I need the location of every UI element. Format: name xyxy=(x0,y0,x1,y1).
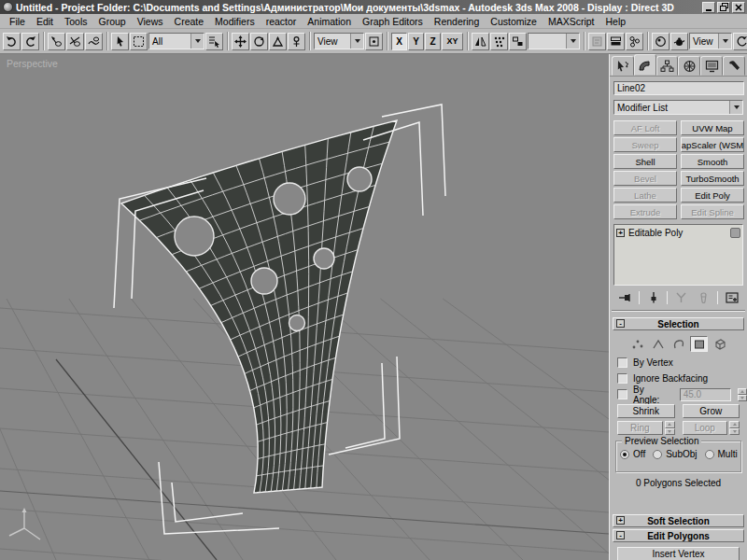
bind-to-spacewarp-icon[interactable] xyxy=(85,33,103,50)
select-object-icon[interactable] xyxy=(111,33,129,50)
viewport[interactable]: Perspective xyxy=(0,54,609,560)
menu-views[interactable]: Views xyxy=(132,15,169,28)
polygon-mode-icon[interactable] xyxy=(690,336,708,352)
element-mode-icon[interactable] xyxy=(711,336,728,352)
menu-help[interactable]: Help xyxy=(600,15,632,28)
stack-expand-icon[interactable]: + xyxy=(616,229,625,237)
modifier-button-shell[interactable]: Shell xyxy=(613,154,677,169)
select-and-move-icon[interactable] xyxy=(232,33,249,50)
stack-onoff-icon[interactable] xyxy=(730,228,740,238)
selection-filter-arrow[interactable] xyxy=(190,34,204,49)
preview-subobj-radio[interactable] xyxy=(653,450,662,459)
menu-file[interactable]: File xyxy=(4,15,31,28)
modifier-button-smooth[interactable]: Smooth xyxy=(681,154,744,169)
align-icon[interactable] xyxy=(509,33,527,50)
use-center-icon[interactable] xyxy=(365,33,383,50)
object-name-field[interactable] xyxy=(613,81,744,95)
select-and-link-icon[interactable] xyxy=(48,33,65,50)
modifier-button-turbosmooth[interactable]: TurboSmooth xyxy=(681,171,744,186)
select-by-name-icon[interactable] xyxy=(205,33,223,50)
by-angle-spinner[interactable] xyxy=(738,388,747,401)
redo-icon[interactable] xyxy=(21,33,39,50)
preview-multi-radio[interactable] xyxy=(705,450,714,459)
grow-button[interactable]: Grow xyxy=(683,404,740,418)
stack-item-label[interactable]: Editable Poly xyxy=(628,228,726,238)
undo-icon[interactable] xyxy=(3,33,21,50)
menu-customize[interactable]: Customize xyxy=(485,15,543,28)
layer-manager-icon[interactable] xyxy=(607,33,625,50)
modifier-stack[interactable]: + Editable Poly xyxy=(613,224,743,286)
insert-vertex-button[interactable]: Insert Vertex xyxy=(617,547,740,560)
quick-render-icon[interactable] xyxy=(733,33,747,50)
axis-x-button[interactable]: X xyxy=(391,33,407,50)
rollout-selection[interactable]: - Selection xyxy=(613,317,744,330)
rollout-soft-selection-expand-icon[interactable]: + xyxy=(616,516,625,525)
menu-graph-editors[interactable]: Graph Editors xyxy=(357,15,429,28)
render-setup-icon[interactable] xyxy=(670,33,688,50)
rollout-selection-collapse-icon[interactable]: - xyxy=(616,319,625,328)
axis-y-button[interactable]: Y xyxy=(408,33,424,50)
render-type-arrow[interactable] xyxy=(718,34,731,49)
border-mode-icon[interactable] xyxy=(669,336,687,352)
axis-xy-button[interactable]: XY xyxy=(442,33,463,50)
edge-mode-icon[interactable] xyxy=(649,336,667,352)
pin-stack-icon[interactable] xyxy=(616,290,634,305)
menu-maxscript[interactable]: MAXScript xyxy=(543,15,600,28)
named-selection-sets-dropdown[interactable] xyxy=(528,33,580,49)
render-type-dropdown[interactable]: View xyxy=(689,33,732,49)
menu-tools[interactable]: Tools xyxy=(59,15,93,28)
menu-edit[interactable]: Edit xyxy=(31,15,59,28)
snaps-toggle-icon[interactable] xyxy=(490,33,508,50)
tab-display[interactable] xyxy=(700,56,723,76)
named-selection-sets-arrow[interactable] xyxy=(566,34,579,49)
axis-z-button[interactable]: Z xyxy=(425,33,441,50)
minimize-button[interactable] xyxy=(702,2,715,13)
unlink-selection-icon[interactable] xyxy=(66,33,84,50)
select-and-rotate-icon[interactable] xyxy=(250,33,268,50)
modifier-list-arrow[interactable] xyxy=(729,101,742,114)
preview-off-radio[interactable] xyxy=(620,450,629,459)
reference-coordinate-arrow[interactable] xyxy=(350,34,363,49)
shrink-button[interactable]: Shrink xyxy=(617,404,675,418)
by-angle-field[interactable]: 45.0 xyxy=(680,388,731,401)
reference-coordinate-dropdown[interactable]: View xyxy=(314,33,364,49)
select-and-scale-icon[interactable] xyxy=(269,33,287,50)
menu-animation[interactable]: Animation xyxy=(302,15,357,28)
modifier-button-edit-poly[interactable]: Edit Poly xyxy=(681,188,744,203)
by-vertex-checkbox[interactable] xyxy=(617,357,627,368)
menu-group[interactable]: Group xyxy=(93,15,132,28)
rollout-edit-polygons-collapse-icon[interactable]: - xyxy=(616,531,625,539)
select-and-manipulate-icon[interactable] xyxy=(288,33,305,50)
by-angle-checkbox[interactable] xyxy=(617,389,627,399)
tab-motion[interactable] xyxy=(678,56,700,76)
modifier-button-extrude: Extrude xyxy=(613,204,677,219)
modifier-button-uvw-map[interactable]: UVW Map xyxy=(681,120,744,135)
stack-item-editable-poly[interactable]: + Editable Poly xyxy=(615,226,741,239)
close-button[interactable] xyxy=(732,2,745,13)
mirror-icon[interactable] xyxy=(472,33,489,50)
viewport-label[interactable]: Perspective xyxy=(7,58,58,69)
menu-rendering[interactable]: Rendering xyxy=(429,15,485,28)
vertex-mode-icon[interactable] xyxy=(628,336,646,352)
configure-modifier-sets-icon[interactable] xyxy=(723,290,740,305)
ignore-backfacing-checkbox[interactable] xyxy=(617,373,627,384)
rectangular-selection-region-icon[interactable] xyxy=(130,33,148,50)
schematic-view-icon[interactable] xyxy=(626,33,643,50)
tab-create[interactable] xyxy=(612,56,634,76)
rollout-edit-polygons[interactable]: - Edit Polygons xyxy=(613,529,744,542)
selection-filter-dropdown[interactable]: All xyxy=(148,33,204,49)
modifier-button-mapscaler[interactable]: apScaler (WSM xyxy=(681,137,744,152)
ring-button: Ring xyxy=(617,421,663,435)
restore-button[interactable] xyxy=(717,2,730,13)
tab-modify[interactable] xyxy=(634,54,656,76)
menu-reactor[interactable]: reactor xyxy=(261,15,303,28)
modifier-list-dropdown[interactable]: Modifier List xyxy=(613,100,743,115)
tab-utilities[interactable] xyxy=(723,56,745,76)
material-editor-icon[interactable] xyxy=(652,33,669,50)
rollout-soft-selection[interactable]: + Soft Selection xyxy=(613,514,744,527)
menu-create[interactable]: Create xyxy=(169,15,210,28)
command-panel-tabs xyxy=(610,54,747,77)
show-end-result-icon[interactable] xyxy=(644,290,662,305)
menu-modifiers[interactable]: Modifiers xyxy=(209,15,261,28)
tab-hierarchy[interactable] xyxy=(656,56,679,76)
